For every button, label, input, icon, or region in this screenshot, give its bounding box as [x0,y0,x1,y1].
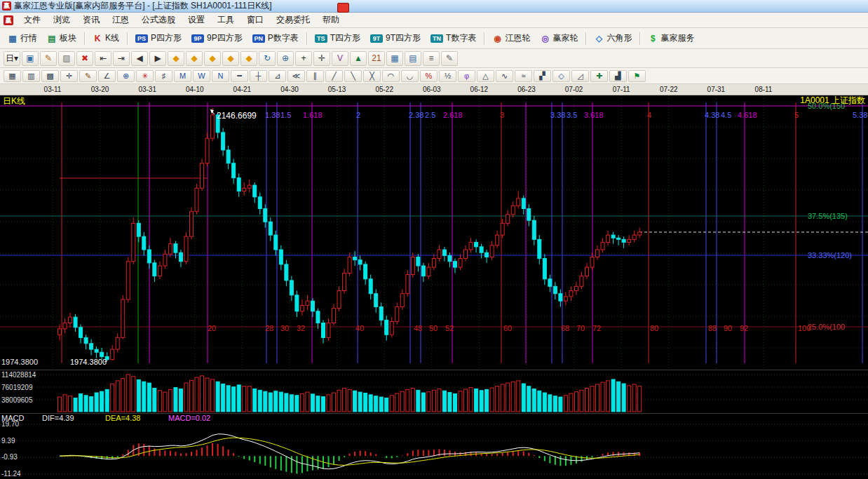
calc-icon[interactable]: ≡ [423,51,440,66]
hline-tool-icon[interactable]: ━ [231,70,248,82]
gann-diamond-4-icon[interactable]: ◆ [222,51,239,66]
gann-diamond-2-icon[interactable]: ◆ [186,51,203,66]
macd-panel[interactable]: 19.709.39-0.93-11.24MACDDIF=4.39DEA=4.38… [0,413,868,479]
panel-tool-icon[interactable]: ▩ [41,70,59,82]
gann-diamond-1-icon[interactable]: ◆ [168,51,184,66]
menu-item-1[interactable]: 浏览 [47,12,76,28]
refresh-icon[interactable]: ↻ [259,51,276,66]
approx-tool-icon[interactable]: ≈ [515,70,532,82]
gann-diamond-3-icon[interactable]: ◆ [204,51,221,66]
svg-text:80: 80 [650,324,658,332]
feature-label-quotes: 行情 [20,32,37,44]
feature-button-t-square[interactable]: TST四方形 [310,29,365,47]
matrix-icon[interactable]: ▦ [386,51,403,66]
menu-item-8[interactable]: 交易委托 [270,12,316,28]
pattern-fill-icon[interactable]: ▨ [58,51,75,66]
block-tool-icon[interactable]: ▟ [609,70,627,82]
next-bar-icon[interactable]: ▶ [149,51,166,66]
svg-text:76019209: 76019209 [1,384,33,391]
feature-button-hexagon[interactable]: ◇六角形 [589,29,637,47]
feature-button-gann-wheel[interactable]: ◉江恩轮 [487,29,535,47]
feature-button-t-number-table[interactable]: TNT数字表 [426,29,481,47]
table-icon[interactable]: ▤ [405,51,421,66]
n-pattern-icon[interactable]: N [212,70,229,82]
crosshair-icon[interactable]: ✛ [313,51,330,66]
pencil-tool-icon[interactable]: ✎ [79,70,97,82]
main-kline-chart[interactable]: 1.381.51.61822.382.52.61833.383.53.61844… [0,95,868,370]
p-square-icon: PS [135,34,148,43]
svg-text:1.5: 1.5 [280,111,291,119]
feature-button-p-number-table[interactable]: PNP数字表 [247,29,304,47]
winner-wheel-icon: ◎ [540,34,550,43]
half-tool-icon[interactable]: ½ [439,70,456,82]
jump-first-icon[interactable]: ⇤ [95,51,111,66]
edit-icon[interactable]: ✎ [441,51,458,66]
menu-item-4[interactable]: 公式选股 [135,12,182,28]
plus-tool-icon[interactable]: ✚ [590,70,608,82]
menu-item-9[interactable]: 帮助 [316,12,346,28]
feature-button-quotes[interactable]: ▦行情 [3,29,42,47]
diamond-tool-icon[interactable]: ◇ [552,70,570,82]
menu-item-2[interactable]: 资讯 [76,12,106,28]
feature-label-winner-service: 赢家服务 [660,32,694,44]
angle-tool-icon[interactable]: ∠ [98,70,116,82]
flag-tool-icon[interactable]: ⚑ [628,70,646,82]
svg-text:28: 28 [265,324,273,332]
circle-tool-icon[interactable]: ⊕ [117,70,135,82]
trend-tool-icon[interactable]: ▲ [350,51,367,66]
titlebar[interactable]: 赢 赢家江恩专业版[赢家内部服务平台] - [上证指数 SH1A0001-111… [0,0,868,13]
volume-tool-icon[interactable]: V [332,51,348,66]
feature-button-kline[interactable]: KK线 [88,29,124,47]
svg-text:2146.6699: 2146.6699 [217,111,257,121]
feature-button-p-square[interactable]: PSP四方形 [130,29,187,47]
diagonal-up-icon[interactable]: ╱ [325,70,343,82]
jump-last-icon[interactable]: ⇥ [113,51,130,66]
new-chart-icon[interactable]: ▣ [22,51,39,66]
grid-tool-icon[interactable]: ▦ [4,70,21,82]
cross-lines-icon[interactable]: ╳ [363,70,381,82]
t-square-icon: TS [315,34,327,43]
feature-button-9t-square[interactable]: 9T9T四方形 [365,29,426,47]
volume-panel[interactable]: 1140288147601920938009605 [0,370,868,413]
draw-brush-icon[interactable]: ✎ [40,51,57,66]
grid2-tool-icon[interactable]: ▥ [22,70,40,82]
phi-tool-icon[interactable]: φ [458,70,475,82]
period-selector-icon[interactable]: 日▾ [4,51,20,66]
menu-item-3[interactable]: 江恩 [106,12,135,28]
delete-drawing-icon[interactable]: ✖ [76,51,93,66]
chevrons-tool-icon[interactable]: ≪ [287,70,305,82]
wedge-tool-icon[interactable]: ⊿ [269,70,286,82]
menu-item-5[interactable]: 设置 [182,12,211,28]
date-axis: 03-1103-2003-3104-1004-2104-3005-1305-22… [0,84,868,95]
feature-button-sectors[interactable]: ▤板块 [42,29,81,47]
arc-up-icon[interactable]: ◠ [382,70,400,82]
m-pattern-icon[interactable]: M [174,70,191,82]
w-pattern-icon[interactable]: W [193,70,210,82]
parallel-tool-icon[interactable]: ∥ [306,70,324,82]
wave-tool-icon[interactable]: ∿ [496,70,513,82]
zoom-in-icon[interactable]: + [295,51,312,66]
menu-item-0[interactable]: 文件 [18,12,47,28]
feature-button-9p-square[interactable]: 9P9P四方形 [187,29,247,47]
svg-text:30: 30 [280,324,289,332]
corner-tool-icon[interactable]: ◿ [571,70,589,82]
feature-button-winner-service[interactable]: $赢家服务 [643,29,699,47]
star-tool-icon[interactable]: ✳ [136,70,154,82]
feature-button-winner-wheel[interactable]: ◎赢家轮 [535,29,583,47]
move-tool-icon[interactable]: ✛ [60,70,78,82]
menu-item-6[interactable]: 工具 [211,12,240,28]
date-tick-06-12: 06-12 [470,86,489,93]
cross-tool-icon[interactable]: ┼ [250,70,267,82]
shade-tool-icon[interactable]: ▞ [534,70,551,82]
prev-bar-icon[interactable]: ◀ [131,51,148,66]
chart-area[interactable]: 1.381.51.61822.382.52.61833.383.53.61844… [0,95,868,479]
diagonal-down-icon[interactable]: ╲ [344,70,362,82]
hash-tool-icon[interactable]: ♯ [155,70,172,82]
percent-tool-icon[interactable]: % [420,70,438,82]
menu-item-7[interactable]: 窗口 [240,12,270,28]
triangle-tool-icon[interactable]: △ [477,70,494,82]
gann-diamond-5-icon[interactable]: ◆ [240,51,257,66]
gann-circle-icon[interactable]: ⊕ [277,51,294,66]
arc-down-icon[interactable]: ◡ [401,70,419,82]
square-21-icon[interactable]: 21 [368,51,385,66]
